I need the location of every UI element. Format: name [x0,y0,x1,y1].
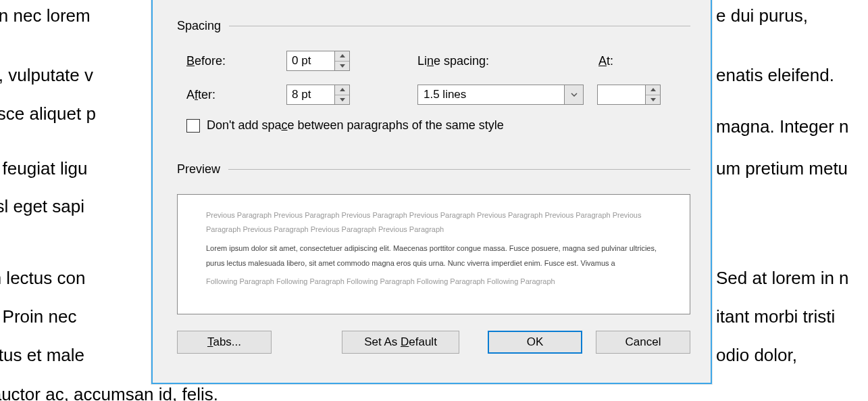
document-text-line: est in lectus con [0,261,85,296]
chevron-down-icon [340,98,345,101]
line-spacing-input[interactable] [417,85,565,105]
dialog-button-row: Tabs... Set As Default OK Cancel [177,331,690,354]
at-label: At: [598,54,613,68]
document-text-line: ue at, vulputate v [0,58,93,93]
chevron-up-icon [650,88,656,91]
before-down-button[interactable] [335,62,349,71]
after-up-button[interactable] [335,85,349,95]
after-spinner-buttons [335,85,350,105]
preview-label: Preview [177,162,220,176]
ok-button[interactable]: OK [488,331,582,354]
svg-marker-2 [340,88,345,91]
spacing-row-2: After: [177,85,690,105]
after-spinner[interactable] [286,85,350,105]
svg-marker-4 [650,88,656,91]
before-spinner[interactable] [286,51,350,71]
chevron-up-icon [340,88,345,91]
spacing-row-1: Before: Line spacing: At: [177,51,690,71]
at-down-button[interactable] [646,95,660,105]
at-spinner[interactable] [597,85,661,105]
after-down-button[interactable] [335,95,349,105]
preview-box: Previous Paragraph Previous Paragraph Pr… [177,194,690,314]
chevron-down-icon [571,93,578,97]
preview-previous-text: Previous Paragraph Previous Paragraph Pr… [206,208,661,237]
divider [229,26,690,26]
before-up-button[interactable] [335,51,349,62]
spacing-group-header: Spacing [177,19,690,33]
document-text-line: lla nisl eget sapi [0,189,84,224]
document-text-line: y. Fusce aliquet p [0,97,96,131]
document-text-line: magna. Integer n [716,110,849,144]
document-text-line: e dui purus, [716,0,808,33]
line-spacing-combo[interactable] [417,85,584,105]
divider [228,169,690,170]
after-input[interactable] [286,85,335,105]
line-spacing-dropdown-button[interactable] [565,85,584,105]
document-text-line: et netus et male [0,338,84,373]
same-style-checkbox-row: Don't add space between paragraphs of th… [177,118,690,133]
chevron-down-icon [340,64,345,68]
document-text-line: enatis eleifend. [716,58,834,93]
same-style-checkbox-label: Don't add space between paragraphs of th… [207,118,504,133]
line-spacing-label: Line spacing: [417,54,598,68]
preview-following-text: Following Paragraph Following Paragraph … [206,275,661,289]
spacing-label: Spacing [177,19,221,33]
before-spinner-buttons [335,51,350,71]
set-as-default-button[interactable]: Set As Default [342,331,459,354]
at-input[interactable] [597,85,646,105]
svg-marker-3 [340,98,345,101]
document-text-line: Sed at lorem in n [716,261,849,296]
preview-group-header: Preview [177,162,690,176]
preview-sample-text: Lorem ipsum dolor sit amet, consectetuer… [206,241,661,270]
document-text-line: um pretium metu [716,151,848,186]
document-text-line: ique. Proin nec [0,300,76,334]
tabs-button[interactable]: Tabs... [177,331,272,354]
same-style-checkbox[interactable] [186,119,200,133]
svg-marker-1 [340,64,345,68]
at-spinner-buttons [646,85,661,105]
document-text-line: andit feugiat ligu [0,151,87,186]
paragraph-dialog: Spacing Before: Line spacing: At: After: [151,0,712,384]
svg-marker-0 [340,54,345,57]
document-text-line: odio dolor, [716,338,797,373]
chevron-down-icon [650,98,656,101]
at-up-button[interactable] [646,85,660,95]
document-text-line: itant morbi tristi [716,300,835,334]
cancel-button[interactable]: Cancel [596,331,690,354]
document-text-line: enean nec lorem [0,0,91,33]
svg-marker-5 [650,98,656,101]
before-input[interactable] [286,51,335,71]
after-label: After: [186,88,286,102]
chevron-up-icon [340,54,345,57]
before-label: Before: [186,54,286,68]
